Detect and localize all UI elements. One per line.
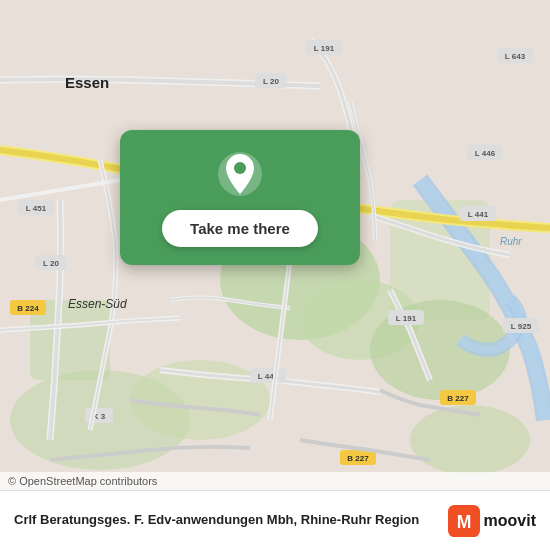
moovit-icon: M [448, 505, 480, 537]
svg-text:L 191: L 191 [314, 44, 335, 53]
svg-text:B 224: B 224 [17, 304, 39, 313]
svg-point-8 [410, 405, 530, 475]
svg-text:L 925: L 925 [511, 322, 532, 331]
pin-icon [216, 150, 264, 198]
svg-text:L 20: L 20 [263, 77, 279, 86]
svg-text:L 451: L 451 [26, 204, 47, 213]
svg-text:L 441: L 441 [468, 210, 489, 219]
svg-text:B 227: B 227 [447, 394, 469, 403]
svg-text:M: M [456, 512, 471, 532]
moovit-logo: M moovit [448, 505, 536, 537]
svg-text:L 20: L 20 [43, 259, 59, 268]
copyright-text: © OpenStreetMap contributors [8, 475, 157, 487]
svg-text:L 446: L 446 [475, 149, 496, 158]
svg-text:Ruhr: Ruhr [500, 236, 522, 247]
info-bar: Crlf Beratungsges. F. Edv-anwendungen Mb… [0, 490, 550, 550]
location-card: Take me there [120, 130, 360, 265]
moovit-text: moovit [484, 512, 536, 530]
svg-text:L 191: L 191 [396, 314, 417, 323]
info-text-block: Crlf Beratungsges. F. Edv-anwendungen Mb… [14, 511, 438, 529]
business-name: Crlf Beratungsges. F. Edv-anwendungen Mb… [14, 511, 438, 529]
copyright-bar: © OpenStreetMap contributors [0, 472, 550, 490]
svg-text:Essen-Süd: Essen-Süd [68, 297, 127, 311]
svg-point-44 [234, 162, 246, 174]
map-container: A 40 L 20 L 20 L 191 L 191 L 643 L 446 L… [0, 0, 550, 490]
svg-text:B 227: B 227 [347, 454, 369, 463]
svg-text:Essen: Essen [65, 74, 109, 91]
svg-text:L 643: L 643 [505, 52, 526, 61]
take-me-there-button[interactable]: Take me there [162, 210, 318, 247]
